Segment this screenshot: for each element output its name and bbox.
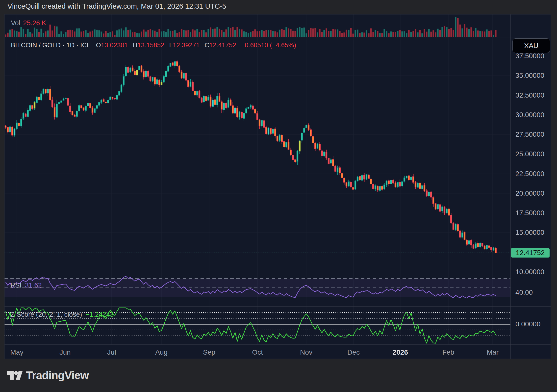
price-axis-label: 37.50000	[515, 52, 544, 60]
rsi-title: RSI	[10, 282, 22, 289]
attribution-text: VinceQuill created with TradingView.com,…	[7, 2, 226, 10]
ohlc-field-key: O	[96, 41, 101, 49]
tradingview-logo-mark	[7, 370, 23, 380]
volume-label: Vol	[11, 19, 20, 27]
ohlc-field-value: 12.41752	[209, 41, 236, 49]
volume-legend: Vol25.26 K	[11, 19, 46, 27]
volume-value: 25.26 K	[23, 19, 46, 27]
ohlc-field-value: 13.15852	[137, 41, 164, 49]
ohlc-field-key: H	[133, 41, 137, 49]
tradingview-logo[interactable]: TradingView	[7, 369, 89, 382]
symbol-legend[interactable]: BITCOIN / GOLD · 1D · ICEO13.02301H13.15…	[11, 41, 296, 49]
price-axis-label: 15.00000	[515, 228, 544, 237]
time-axis-label: Sep	[203, 346, 215, 359]
zscore-legend[interactable]: Z-Score (20, 2, 1, close)−1.24243	[10, 311, 114, 318]
change-value: −0.60510 (−4.65%)	[241, 41, 296, 49]
z-axis-label: 0.00000	[515, 320, 540, 328]
price-axis-label: 30.00000	[515, 111, 544, 119]
time-axis-label: Dec	[347, 346, 360, 359]
instrument-badge[interactable]: XAU	[512, 38, 550, 53]
candlestick-chart-canvas[interactable]	[0, 0, 557, 392]
ohlc-field-key: L	[169, 41, 173, 49]
tradingview-wordmark: TradingView	[26, 369, 89, 382]
price-axis-label: 35.00000	[515, 71, 544, 80]
instrument-badge-label: XAU	[524, 42, 538, 50]
price-axis-label: 17.50000	[515, 209, 544, 217]
last-price-tag: 12.41752	[511, 248, 550, 258]
zscore-value: −1.24243	[86, 311, 114, 318]
price-axis-label: 22.50000	[515, 170, 544, 178]
symbol-title: BITCOIN / GOLD · 1D · ICE	[11, 41, 91, 49]
time-axis-label: Jun	[59, 346, 71, 359]
rsi-axis-label: 40.00	[515, 288, 533, 297]
time-axis-label: Oct	[252, 346, 263, 359]
time-axis-label: Aug	[155, 346, 168, 359]
time-axis-label: 2026	[393, 346, 408, 359]
price-axis-label: 10.00000	[515, 268, 544, 276]
time-axis-label: Jul	[107, 346, 116, 359]
price-axis-label: 32.50000	[515, 91, 544, 100]
ohlc-field-value: 12.39271	[173, 41, 200, 49]
zscore-title: Z-Score (20, 2, 1, close)	[10, 311, 82, 318]
time-axis-label: Mar	[487, 346, 499, 359]
ohlc-field-value: 13.02301	[101, 41, 128, 49]
price-axis-label: 25.00000	[515, 150, 544, 158]
tradingview-chart-page: VinceQuill created with TradingView.com,…	[0, 0, 557, 392]
time-axis-label: Nov	[300, 346, 312, 359]
time-axis-label: May	[10, 346, 24, 359]
time-axis-label: Feb	[442, 346, 454, 359]
last-price-value: 12.41752	[516, 249, 545, 257]
price-axis-label: 27.50000	[515, 130, 544, 139]
price-axis-label: 20.00000	[515, 189, 544, 198]
rsi-value: 31.62	[25, 282, 42, 289]
rsi-legend[interactable]: RSI31.62	[10, 282, 42, 289]
ohlc-field-key: C	[204, 41, 209, 49]
